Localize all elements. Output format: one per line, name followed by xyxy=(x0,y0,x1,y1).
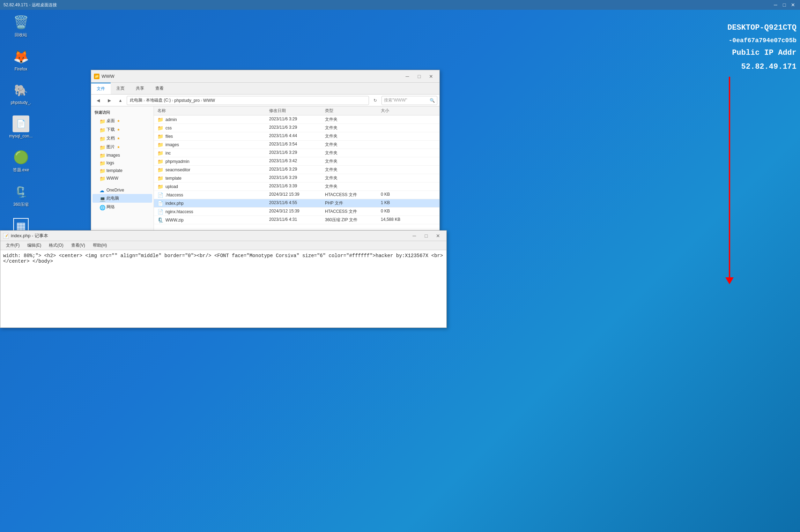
desktop-icon-recycle-bin[interactable]: 🗑️ 回收站 xyxy=(7,14,35,38)
table-row[interactable]: 📁upload 2023/11/6 3:39 文件夹 xyxy=(154,182,439,191)
red-arrow-indicator xyxy=(729,77,730,279)
file-date: 2024/3/12 15:39 xyxy=(269,209,325,215)
file-name: .htaccess xyxy=(165,193,183,197)
file-date: 2023/11/6 3:29 xyxy=(269,125,325,131)
table-row[interactable]: 📄.htaccess 2024/3/12 15:39 HTACCESS 文件 0… xyxy=(154,191,439,199)
desktop-icon-phpstudy[interactable]: 🐘 phpstudy_. xyxy=(7,82,35,105)
np-menu-help[interactable]: 帮助(H) xyxy=(89,241,111,250)
desktop-icon-mysql[interactable]: 📄 mysql_con... xyxy=(7,115,35,138)
file-date: 2023/11/6 3:29 xyxy=(269,175,325,181)
sidebar-item-downloads[interactable]: 📁 下载 ★ xyxy=(92,125,152,134)
sidebar-item-this-pc[interactable]: 💻 此电脑 xyxy=(92,194,152,203)
file-name: template xyxy=(165,176,182,181)
fe-tab-file[interactable]: 文件 xyxy=(91,83,111,94)
np-menu-edit[interactable]: 编辑(E) xyxy=(24,241,45,250)
fe-refresh-button[interactable]: ↻ xyxy=(370,96,380,105)
file-type: 文件夹 xyxy=(325,158,381,164)
sidebar-item-www[interactable]: 📁 WWW xyxy=(92,174,152,182)
folder-icon: 📁 xyxy=(157,184,163,189)
sidebar-item-pictures[interactable]: 📁 图片 ★ xyxy=(92,143,152,151)
np-menu-file[interactable]: 文件(F) xyxy=(2,241,23,250)
file-size xyxy=(381,133,416,139)
fe-minimize-button[interactable]: ─ xyxy=(402,72,413,81)
np-maximize-button[interactable]: □ xyxy=(421,231,432,240)
fe-forward-button[interactable]: ▶ xyxy=(104,96,114,105)
fe-maximize-button[interactable]: □ xyxy=(414,72,425,81)
table-row[interactable]: 📁seacmseditor 2023/11/6 3:29 文件夹 xyxy=(154,166,439,174)
firefox-icon: 🦊 xyxy=(13,48,29,65)
file-type: 文件夹 xyxy=(325,183,381,189)
rdp-minimize-button[interactable]: ─ xyxy=(772,1,779,8)
sidebar-item-logs[interactable]: 📁 logs xyxy=(92,159,152,167)
col-header-name[interactable]: 名称 xyxy=(157,108,269,114)
file-name: WWW.zip xyxy=(165,218,184,223)
file-date: 2023/11/6 3:29 xyxy=(269,150,325,156)
table-row[interactable]: 📁inc 2023/11/6 3:29 文件夹 xyxy=(154,149,439,157)
sidebar-item-template[interactable]: 📁 template xyxy=(92,167,152,174)
fe-back-button[interactable]: ◀ xyxy=(93,96,103,105)
table-row[interactable]: 📁phpmyadmin 2023/11/6 3:42 文件夹 xyxy=(154,157,439,166)
fe-search-box[interactable]: 搜索"WWW" 🔍 xyxy=(382,96,437,105)
np-close-button[interactable]: ✕ xyxy=(432,231,444,240)
sidebar-item-onedrive[interactable]: ☁ OneDrive xyxy=(92,186,152,194)
notepad-content-area[interactable]: width: 80%;"> <h2> <center> <img src="" … xyxy=(0,250,446,328)
np-menu-format[interactable]: 格式(O) xyxy=(45,241,67,250)
network-icon: 🌐 xyxy=(99,205,104,210)
folder-icon: 📁 xyxy=(157,167,163,173)
rdp-close-button[interactable]: ✕ xyxy=(790,1,797,8)
instance-id-label: -0eaf67a794e07c05b xyxy=(727,35,797,46)
ip-address-label: 52.82.49.171 xyxy=(727,60,797,74)
col-header-date[interactable]: 修改日期 xyxy=(269,108,325,114)
desktop-icon-firefox[interactable]: 🦊 Firefox xyxy=(7,48,35,72)
table-row[interactable]: 📁admin 2023/11/6 3:29 文件夹 xyxy=(154,115,439,124)
table-row[interactable]: 📁images 2023/11/6 3:54 文件夹 xyxy=(154,141,439,149)
desktop-icon-daan[interactable]: 🟢 答题.exe xyxy=(7,149,35,173)
daan-label: 答题.exe xyxy=(13,167,29,173)
phpstudy-label: phpstudy_. xyxy=(11,100,31,105)
folder-icon: 📁 xyxy=(99,119,104,123)
mysql-label: mysql_con... xyxy=(9,134,32,138)
table-row-selected[interactable]: 📄index.php 2023/11/6 4:55 PHP 文件 1 KB xyxy=(154,199,439,208)
path-segment-2: phpstudy_pro xyxy=(174,98,200,103)
file-size xyxy=(381,117,416,122)
np-menu-view[interactable]: 查看(V) xyxy=(68,241,89,250)
fe-tab-home[interactable]: 主页 xyxy=(111,83,130,94)
sidebar-item-network[interactable]: 🌐 网络 xyxy=(92,203,152,211)
fe-list-header: 名称 修改日期 类型 大小 xyxy=(154,106,439,115)
file-size xyxy=(381,167,416,173)
desktop-icon-360[interactable]: 🗜️ 360压缩 xyxy=(7,183,35,208)
fe-address-path[interactable]: 此电脑 › 本地磁盘 (C:) › phpstudy_pro › WWW xyxy=(127,96,369,105)
firefox-label: Firefox xyxy=(15,67,28,72)
fe-close-button[interactable]: ✕ xyxy=(425,72,437,81)
star-icon: ★ xyxy=(117,119,120,123)
notepad-window: 📝 index.php - 记事本 ─ □ ✕ 文件(F) 编辑(E) 格式(O… xyxy=(0,230,447,328)
table-row[interactable]: 🗜️WWW.zip 2023/11/6 4:31 360压缩 ZIP 文件 14… xyxy=(154,216,439,224)
col-header-type[interactable]: 类型 xyxy=(325,108,381,114)
file-size: 0 KB xyxy=(381,192,416,198)
table-row[interactable]: 📁template 2023/11/6 3:29 文件夹 xyxy=(154,174,439,182)
col-header-size[interactable]: 大小 xyxy=(381,108,416,114)
sidebar-item-desktop[interactable]: 📁 桌面 ★ xyxy=(92,117,152,125)
php-icon: 📄 xyxy=(157,201,163,206)
file-date: 2023/11/6 4:44 xyxy=(269,133,325,139)
sidebar-item-documents[interactable]: 📁 文档 ★ xyxy=(92,134,152,143)
table-row[interactable]: 📁files 2023/11/6 4:44 文件夹 xyxy=(154,132,439,141)
rdp-window-controls: ─ □ ✕ xyxy=(772,1,797,8)
rdp-maximize-button[interactable]: □ xyxy=(781,1,788,8)
fe-up-button[interactable]: ▲ xyxy=(116,96,125,105)
mysql-icon: 📄 xyxy=(13,115,29,132)
table-row[interactable]: 📄nginx.htaccess 2024/3/12 15:39 HTACCESS… xyxy=(154,208,439,216)
fe-tab-view[interactable]: 查看 xyxy=(150,83,169,94)
folder-icon-doc: 📁 xyxy=(99,136,104,141)
np-minimize-button[interactable]: ─ xyxy=(409,231,420,240)
sidebar-item-images[interactable]: 📁 images xyxy=(92,151,152,159)
fe-tab-share[interactable]: 共享 xyxy=(130,83,150,94)
table-row[interactable]: 📁css 2023/11/6 3:29 文件夹 xyxy=(154,124,439,132)
file-date: 2023/11/6 3:42 xyxy=(269,158,325,164)
folder-icon-img: 📁 xyxy=(99,153,104,158)
recycle-bin-label: 回收站 xyxy=(15,32,27,38)
file-type: 文件夹 xyxy=(325,125,381,131)
file-size xyxy=(381,175,416,181)
file-name: css xyxy=(165,126,172,130)
folder-icon-logs: 📁 xyxy=(99,160,104,165)
